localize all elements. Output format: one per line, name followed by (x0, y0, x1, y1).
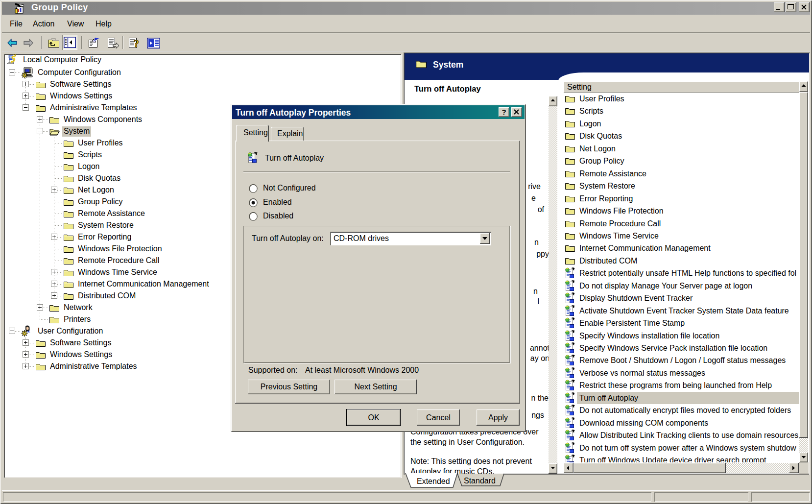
svg-text:Extended: Extended (417, 477, 450, 485)
svg-text:?: ? (134, 37, 139, 49)
svg-text:Standard: Standard (464, 477, 496, 485)
